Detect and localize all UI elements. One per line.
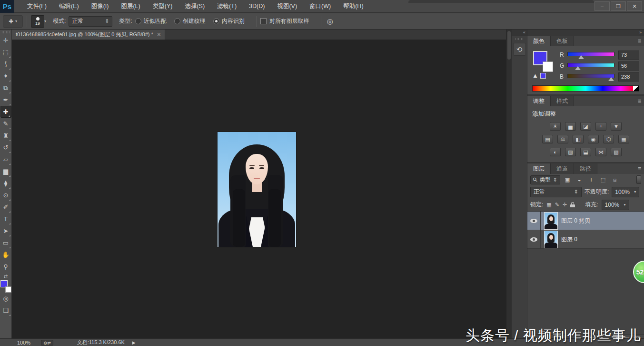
lock-all-button[interactable] bbox=[570, 202, 575, 207]
tab-adjustments[interactable]: 调整 bbox=[527, 96, 551, 106]
layer-name[interactable]: 图层 0 拷贝 bbox=[561, 217, 590, 225]
posterize-button[interactable]: ▨ bbox=[565, 148, 576, 156]
shape-tool[interactable]: ▭ bbox=[0, 237, 11, 249]
tab-layers[interactable]: 图层 bbox=[527, 163, 551, 174]
filter-shape-layers-button[interactable]: ⬚ bbox=[598, 175, 608, 184]
marquee-tool[interactable]: ⬚ bbox=[0, 46, 11, 58]
vibrance-button[interactable]: ▼ bbox=[611, 122, 622, 131]
screen-mode-button[interactable]: ❏ bbox=[0, 305, 11, 316]
web-safe-swatch[interactable] bbox=[540, 73, 546, 79]
panel-grip[interactable] bbox=[2, 31, 10, 33]
layer-filter-select[interactable]: ⚲ 类型 ⇕ bbox=[530, 175, 560, 184]
menu-3d[interactable]: 3D(D) bbox=[243, 0, 271, 13]
panel-menu-icon[interactable]: ≡ bbox=[638, 165, 641, 172]
collapse-dock-button[interactable]: » bbox=[527, 30, 644, 36]
lock-transparent-button[interactable]: ▦ bbox=[546, 202, 551, 208]
background-color-swatch[interactable] bbox=[543, 61, 553, 72]
zoom-level-input[interactable]: 100% bbox=[17, 340, 30, 346]
clone-stamp-tool[interactable]: ♜ bbox=[0, 130, 11, 142]
type-tool[interactable]: T bbox=[0, 213, 11, 225]
sample-all-layers-checkbox[interactable]: 对所有图层取样 bbox=[260, 17, 309, 25]
panel-menu-icon[interactable]: ≡ bbox=[638, 98, 641, 104]
tab-paths[interactable]: 路径 bbox=[574, 163, 597, 174]
tool-preset-picker[interactable]: ✚ ▾ bbox=[3, 15, 23, 28]
lock-paint-button[interactable]: ✎ bbox=[555, 202, 559, 208]
threshold-button[interactable]: ⬓ bbox=[580, 148, 591, 156]
red-value-input[interactable]: 73 bbox=[618, 51, 639, 60]
fill-input[interactable]: 100% ▾ bbox=[602, 200, 629, 210]
brush-tool[interactable]: ✎ bbox=[0, 118, 11, 130]
visibility-toggle[interactable] bbox=[527, 230, 541, 248]
blur-tool[interactable]: ⧫ bbox=[0, 177, 11, 189]
panel-grip[interactable] bbox=[515, 38, 524, 40]
levels-button[interactable]: ▅ bbox=[565, 122, 576, 131]
tab-color[interactable]: 颜色 bbox=[527, 36, 551, 46]
invert-button[interactable]: ◐ bbox=[550, 148, 561, 156]
eyedropper-tool[interactable]: ✒ bbox=[0, 94, 11, 106]
layer-thumbnail[interactable] bbox=[545, 231, 557, 248]
scrollbar-thumb[interactable] bbox=[507, 31, 511, 60]
color-balance-button[interactable]: ⚖ bbox=[557, 135, 568, 143]
tablet-pressure-icon[interactable]: ◎ bbox=[327, 17, 333, 26]
restore-button[interactable]: ❐ bbox=[611, 1, 626, 11]
gradient-tool[interactable]: ▆ bbox=[0, 165, 11, 177]
tab-close-icon[interactable]: ✕ bbox=[157, 32, 161, 37]
blue-value-input[interactable]: 238 bbox=[618, 72, 639, 81]
lock-position-button[interactable]: ✛ bbox=[563, 202, 567, 208]
layer-thumbnail[interactable] bbox=[545, 213, 557, 229]
expand-dock-button[interactable]: « bbox=[512, 30, 527, 36]
panel-menu-icon[interactable]: ≡ bbox=[638, 38, 641, 44]
curves-button[interactable]: ◪ bbox=[580, 122, 591, 131]
hand-tool[interactable]: ✋ bbox=[0, 249, 11, 261]
id-photo-image[interactable] bbox=[218, 132, 296, 247]
mode-select[interactable]: 正常 ⇕ bbox=[69, 16, 112, 27]
pen-tool[interactable]: ✐ bbox=[0, 201, 11, 213]
menu-layer[interactable]: 图层(L) bbox=[115, 0, 146, 13]
close-button[interactable]: ✕ bbox=[627, 1, 642, 11]
menu-help[interactable]: 帮助(H) bbox=[337, 0, 369, 13]
zoom-tool[interactable]: ⚲ bbox=[0, 261, 11, 273]
blue-slider[interactable] bbox=[567, 73, 614, 81]
quick-mask-button[interactable]: ◎ bbox=[0, 293, 11, 305]
filter-smart-objects-button[interactable]: ⧈ bbox=[610, 175, 620, 184]
scrubby-zoom-icon[interactable]: ⚙⇄ bbox=[41, 340, 53, 346]
document-tab[interactable]: t01364689854c0efe81.jpg @ 100%(图层 0 拷贝, … bbox=[12, 30, 165, 40]
menu-file[interactable]: 文件(F) bbox=[21, 0, 53, 13]
blend-mode-select[interactable]: 正常 ⇕ bbox=[530, 187, 582, 197]
filter-pixel-layers-button[interactable]: ▣ bbox=[563, 175, 572, 184]
layer-row-original[interactable]: 图层 0 bbox=[527, 230, 644, 249]
radio-create-texture[interactable]: 创建纹理 bbox=[174, 17, 206, 25]
background-color-swatch[interactable] bbox=[5, 286, 11, 293]
visibility-toggle[interactable] bbox=[527, 212, 541, 230]
gamut-warning[interactable]: ▲ bbox=[532, 72, 546, 79]
menu-select[interactable]: 选择(S) bbox=[178, 0, 211, 13]
lasso-tool[interactable]: ⟆ bbox=[0, 58, 11, 70]
black-white-button[interactable]: ◧ bbox=[573, 135, 584, 143]
crop-tool[interactable]: ⧉ bbox=[0, 82, 11, 94]
brightness-contrast-button[interactable]: ☀ bbox=[550, 122, 561, 131]
spot-healing-brush-tool[interactable]: ✚ bbox=[0, 106, 11, 118]
layer-name[interactable]: 图层 0 bbox=[561, 235, 577, 244]
color-spectrum-ramp[interactable] bbox=[532, 85, 639, 92]
photo-filter-button[interactable]: ◉ bbox=[588, 135, 599, 143]
slider-thumb[interactable] bbox=[578, 55, 584, 59]
green-value-input[interactable]: 56 bbox=[618, 61, 639, 71]
menu-edit[interactable]: 编辑(E) bbox=[53, 0, 85, 13]
filter-type-layers-button[interactable]: T bbox=[586, 175, 596, 184]
exposure-button[interactable]: ± bbox=[595, 122, 606, 131]
minimize-button[interactable]: – bbox=[594, 1, 610, 11]
menu-image[interactable]: 图像(I) bbox=[85, 0, 115, 13]
brush-size-picker[interactable]: 19 ▾ bbox=[31, 15, 46, 28]
dodge-tool[interactable]: ⊙ bbox=[0, 189, 11, 201]
vertical-scrollbar[interactable] bbox=[506, 30, 512, 338]
menu-type[interactable]: 类型(Y) bbox=[147, 0, 179, 13]
canvas[interactable] bbox=[12, 40, 506, 338]
history-panel-button[interactable]: ⟲ bbox=[513, 43, 526, 56]
tab-channels[interactable]: 通道 bbox=[551, 163, 574, 174]
tab-styles[interactable]: 样式 bbox=[551, 96, 574, 106]
status-options-arrow[interactable]: ▶ bbox=[132, 340, 136, 345]
layer-row-copy[interactable]: 图层 0 拷贝 bbox=[527, 212, 644, 230]
red-slider[interactable] bbox=[567, 51, 614, 59]
radio-proximity-match[interactable]: 近似匹配 bbox=[135, 17, 167, 25]
selective-color-button[interactable]: ▧ bbox=[611, 148, 622, 156]
